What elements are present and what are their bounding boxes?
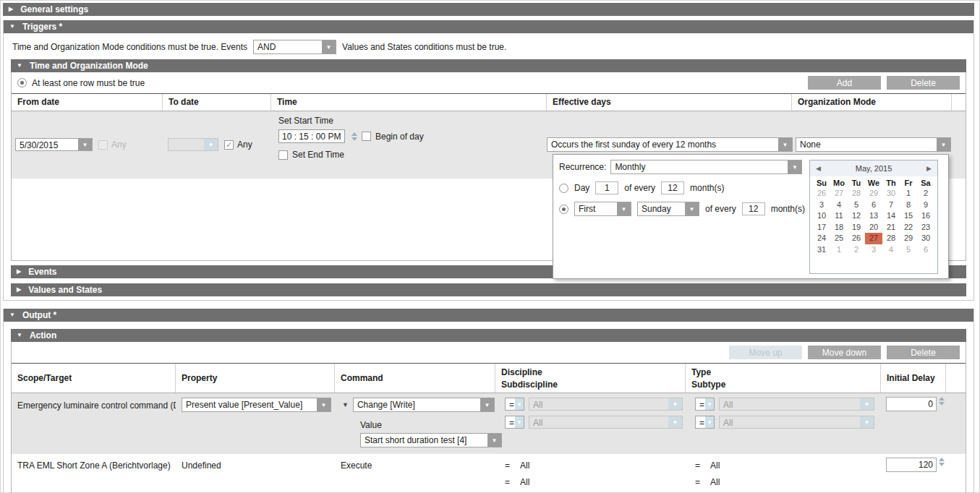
chevron-down-icon[interactable]: ▼ <box>78 139 92 150</box>
calendar-day[interactable]: 5 <box>900 244 917 256</box>
calendar-day[interactable]: 1 <box>900 188 917 200</box>
calendar-day[interactable]: 6 <box>865 200 882 211</box>
col-initial-delay[interactable]: Initial Delay <box>887 373 945 383</box>
col-to-date[interactable]: To date <box>163 94 271 111</box>
subdiscipline-operator-combo[interactable]: = ▼ <box>505 416 524 429</box>
to-any-checkbox[interactable] <box>224 140 234 150</box>
start-time-input[interactable]: 10 : 15 : 00 PM <box>278 129 345 143</box>
discipline-filter-combo[interactable]: All ▼ <box>529 398 683 411</box>
action-header[interactable]: ▼ Action <box>11 329 966 342</box>
calendar-day[interactable]: 3 <box>813 200 830 211</box>
calendar-day[interactable]: 19 <box>848 222 865 233</box>
chevron-down-icon[interactable]: ▼ <box>937 138 950 151</box>
spin-down-button[interactable] <box>351 137 357 141</box>
calendar-day[interactable]: 7 <box>882 200 900 211</box>
calendar-day[interactable]: 3 <box>865 244 882 256</box>
section-general-settings[interactable]: ▶ General settings <box>3 3 974 16</box>
move-up-button[interactable]: Move up <box>729 346 802 359</box>
calendar-day[interactable]: 31 <box>813 244 830 256</box>
calendar-day[interactable]: 26 <box>813 188 830 200</box>
calendar-day[interactable]: 1 <box>830 244 848 256</box>
chevron-down-icon[interactable]: ▼ <box>788 160 801 173</box>
add-button[interactable]: Add <box>808 76 881 90</box>
command-expand-toggle-icon[interactable]: ▼ <box>342 401 349 408</box>
calendar-day[interactable]: 29 <box>900 233 917 244</box>
calendar-day[interactable]: 26 <box>848 233 865 244</box>
chevron-down-icon[interactable]: ▼ <box>617 202 631 215</box>
calendar-day[interactable]: 17 <box>813 222 830 233</box>
calendar-day[interactable]: 27 <box>830 188 848 200</box>
col-time[interactable]: Time <box>271 94 547 111</box>
from-any-checkbox[interactable] <box>98 140 108 150</box>
time-org-header[interactable]: ▼ Time and Organization Mode <box>11 59 966 72</box>
chevron-down-icon[interactable]: ▼ <box>705 398 714 410</box>
months-input[interactable]: 12 <box>742 202 765 215</box>
events-operator-combo[interactable]: AND ▼ <box>253 40 336 54</box>
chevron-down-icon[interactable]: ▼ <box>860 398 874 410</box>
to-date-combo[interactable]: ▼ <box>168 138 218 151</box>
calendar-day[interactable]: 9 <box>917 200 934 211</box>
subtype-operator-combo[interactable]: = ▼ <box>695 416 715 429</box>
chevron-down-icon[interactable]: ▼ <box>515 416 524 428</box>
calendar-day[interactable]: 2 <box>848 244 865 256</box>
col-discipline[interactable]: Discipline <box>501 367 685 377</box>
delete-action-button[interactable]: Delete <box>887 346 960 359</box>
calendar-day[interactable]: 16 <box>917 210 934 222</box>
weekday-combo[interactable]: Sunday ▼ <box>637 202 699 216</box>
chevron-down-icon[interactable]: ▼ <box>668 416 682 428</box>
calendar-day[interactable]: 23 <box>917 222 934 233</box>
calendar-day[interactable]: 30 <box>882 188 900 200</box>
calendar-day[interactable]: 28 <box>882 233 900 244</box>
calendar-day[interactable]: 4 <box>830 200 848 211</box>
ordinal-option-radio[interactable] <box>559 205 568 214</box>
calendar-day[interactable]: 2 <box>917 188 934 200</box>
calendar-day[interactable]: 28 <box>848 188 865 200</box>
calendar-title[interactable]: May, 2015 <box>856 164 892 173</box>
calendar-next-icon[interactable]: ▶ <box>926 165 932 172</box>
calendar-day[interactable]: 29 <box>865 188 882 200</box>
chevron-down-icon[interactable]: ▼ <box>322 40 336 53</box>
chevron-down-icon[interactable]: ▼ <box>778 138 792 151</box>
move-down-button[interactable]: Move down <box>808 346 881 359</box>
set-end-time-checkbox[interactable] <box>278 150 288 160</box>
chevron-down-icon[interactable]: ▼ <box>860 416 874 428</box>
triggers-header[interactable]: ▼ Triggers * <box>4 20 973 33</box>
calendar-day[interactable]: 14 <box>882 210 900 222</box>
calendar-day[interactable]: 30 <box>917 233 934 244</box>
chevron-down-icon[interactable]: ▼ <box>685 202 699 215</box>
calendar-day[interactable]: 21 <box>882 222 900 233</box>
initial-delay-input[interactable]: 0 <box>886 397 937 411</box>
col-command[interactable]: Command <box>341 373 495 383</box>
calendar-day[interactable]: 6 <box>917 244 934 256</box>
calendar-day-selected[interactable]: 27 <box>865 233 882 244</box>
chevron-down-icon[interactable]: ▼ <box>705 416 714 428</box>
from-date-combo[interactable]: 5/30/2015 ▼ <box>15 138 93 151</box>
output-header[interactable]: ▼ Output * <box>4 309 973 322</box>
months-input[interactable]: 12 <box>661 181 684 194</box>
calendar-day[interactable]: 20 <box>865 222 882 233</box>
spin-up-button[interactable] <box>939 458 945 461</box>
col-from-date[interactable]: From date <box>12 94 163 111</box>
effective-days-combo[interactable]: Occurs the first sunday of every 12 mont… <box>547 137 793 152</box>
delete-row-button[interactable]: Delete <box>887 76 960 90</box>
action-row[interactable]: TRA EML Short Zone A (Berichtvorlage) Un… <box>12 454 966 493</box>
values-states-header[interactable]: ▶ Values and States <box>11 283 966 296</box>
calendar-day[interactable]: 10 <box>813 210 830 222</box>
calendar-day[interactable]: 15 <box>900 210 917 222</box>
property-combo[interactable]: Present value [Present_Value] ▼ <box>182 398 331 412</box>
col-subtype[interactable]: Subtype <box>691 380 880 390</box>
ordinal-combo[interactable]: First ▼ <box>574 202 631 216</box>
rule-radio[interactable] <box>17 78 27 87</box>
day-number-input[interactable]: 1 <box>595 181 618 194</box>
recurrence-combo[interactable]: Monthly ▼ <box>610 160 802 174</box>
type-operator-combo[interactable]: = ▼ <box>695 398 715 411</box>
type-filter-combo[interactable]: All ▼ <box>719 398 874 411</box>
command-value-combo[interactable]: Start short duration test [4] ▼ <box>360 433 502 447</box>
col-subdiscipline[interactable]: Subdiscipline <box>501 380 685 390</box>
initial-delay-input[interactable]: 120 <box>886 458 937 472</box>
calendar-day[interactable]: 5 <box>848 200 865 211</box>
spin-up-button[interactable] <box>351 132 357 136</box>
chevron-down-icon[interactable]: ▼ <box>317 398 331 411</box>
calendar-day[interactable]: 25 <box>830 233 848 244</box>
calendar-prev-icon[interactable]: ◀ <box>816 165 821 172</box>
